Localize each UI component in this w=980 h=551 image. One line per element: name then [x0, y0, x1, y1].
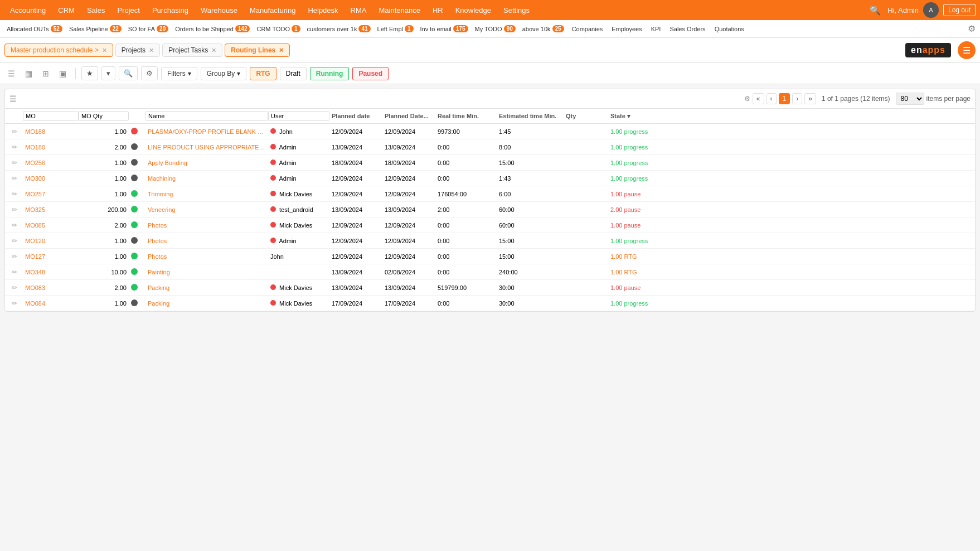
shortcut-inv-email[interactable]: Inv to email 175 [418, 24, 470, 33]
edit-pencil-icon[interactable]: ✏ [12, 128, 17, 136]
mo-id-cell[interactable]: MO257 [23, 190, 79, 199]
shortcut-sales-pipeline[interactable]: Sales Pipeline 22 [67, 24, 124, 33]
next-page-button[interactable]: › [792, 93, 802, 104]
close-tab-master-production[interactable]: ✕ [102, 47, 107, 54]
nav-crm[interactable]: CRM [52, 4, 80, 17]
settings-gear-icon[interactable]: ⚙ [968, 23, 976, 34]
global-search-button[interactable]: 🔍 [867, 3, 883, 18]
close-tab-project-tasks[interactable]: ✕ [211, 47, 216, 54]
close-tab-projects[interactable]: ✕ [149, 47, 154, 54]
user-filter-input[interactable] [268, 111, 329, 121]
name-cell[interactable]: Photos [145, 252, 268, 261]
name-cell[interactable]: Machining [145, 174, 268, 183]
nav-settings[interactable]: Settings [498, 4, 535, 17]
edit-pencil-icon[interactable]: ✏ [12, 206, 17, 214]
nav-maintenance[interactable]: Maintenance [373, 4, 425, 17]
edit-pencil-icon[interactable]: ✏ [12, 268, 17, 276]
nav-project[interactable]: Project [111, 4, 145, 17]
star-button[interactable]: ★ [81, 66, 98, 80]
mo-filter-input[interactable] [23, 111, 79, 121]
groupby-dropdown[interactable]: Group By ▾ [201, 67, 247, 80]
shortcut-companies[interactable]: Companies [569, 25, 607, 33]
state-filter-rtg[interactable]: RTG [250, 67, 276, 80]
name-filter-input[interactable] [145, 111, 268, 121]
nav-knowledge[interactable]: Knowledge [450, 4, 497, 17]
mo-id-cell[interactable]: MO188 [23, 127, 79, 136]
state-filter-running[interactable]: Running [310, 67, 350, 80]
shortcut-allocated-outs[interactable]: Allocated OUTs 52 [4, 24, 65, 33]
shortcut-crm-todo[interactable]: CRM TODO 1 [254, 24, 302, 33]
mo-id-cell[interactable]: MO325 [23, 205, 79, 214]
shortcut-orders-shipped[interactable]: Orders to be Shipped 142 [173, 24, 252, 33]
name-cell[interactable]: LINE PRODUCT USING APPROPRIATE LINING MA… [145, 143, 268, 152]
name-cell[interactable]: Packing [145, 299, 268, 308]
filter-icon[interactable]: ⚙ [744, 95, 750, 103]
view-kanban-icon[interactable]: ▦ [22, 67, 36, 80]
edit-pencil-icon[interactable]: ✏ [12, 284, 17, 292]
name-cell[interactable]: Trimming [145, 190, 268, 199]
close-tab-routing-lines[interactable]: ✕ [279, 47, 284, 54]
tab-projects[interactable]: Projects ✕ [115, 44, 160, 57]
mo-id-cell[interactable]: MO127 [23, 252, 79, 261]
shortcut-above-10k[interactable]: above 10k 25 [520, 24, 566, 33]
nav-manufacturing[interactable]: Manufacturing [244, 4, 301, 17]
shortcut-left-empl[interactable]: Left Empl 1 [375, 24, 416, 33]
mo-id-cell[interactable]: MO300 [23, 174, 79, 183]
prev-page-button[interactable]: ‹ [766, 93, 777, 104]
mo-id-cell[interactable]: MO120 [23, 236, 79, 245]
page-1-button[interactable]: 1 [779, 93, 790, 104]
settings-table-button[interactable]: ⚙ [141, 66, 158, 80]
view-grid-icon[interactable]: ⊞ [39, 67, 52, 80]
shortcut-kpi[interactable]: KPI [648, 25, 664, 33]
tab-project-tasks[interactable]: Project Tasks ✕ [162, 44, 222, 57]
shortcut-employees[interactable]: Employees [608, 25, 645, 33]
column-chooser-icon[interactable]: ☰ [9, 94, 17, 103]
search-button[interactable]: 🔍 [119, 66, 138, 80]
name-cell[interactable]: PLASMA/OXY-PROP PROFILE BLANK DEVELOPMEN… [145, 127, 268, 136]
name-cell[interactable]: Veneering [145, 205, 268, 214]
tab-master-production[interactable]: Master production schedule > ✕ [4, 44, 113, 57]
mo-id-cell[interactable]: MO256 [23, 158, 79, 167]
edit-pencil-icon[interactable]: ✏ [12, 299, 17, 307]
name-cell[interactable]: Packing [145, 283, 268, 292]
edit-pencil-icon[interactable]: ✏ [12, 253, 17, 260]
mo-id-cell[interactable]: MO084 [23, 299, 79, 308]
edit-pencil-icon[interactable]: ✏ [12, 221, 17, 229]
edit-pencil-icon[interactable]: ✏ [12, 143, 17, 151]
shortcut-quotations[interactable]: Quotations [711, 25, 748, 33]
edit-pencil-icon[interactable]: ✏ [12, 237, 17, 245]
nav-helpdesk[interactable]: Helpdesk [302, 4, 343, 17]
nav-warehouse[interactable]: Warehouse [195, 4, 243, 17]
last-page-button[interactable]: » [804, 93, 816, 104]
mo-qty-filter-input[interactable] [79, 111, 129, 121]
name-cell[interactable]: Photos [145, 236, 268, 245]
mo-id-cell[interactable]: MO083 [23, 283, 79, 292]
shortcut-customers-1k[interactable]: customers over 1k 41 [305, 24, 373, 33]
first-page-button[interactable]: « [753, 93, 764, 104]
name-cell[interactable]: Photos [145, 221, 268, 230]
nav-sales[interactable]: Sales [81, 4, 111, 17]
hamburger-menu-button[interactable]: ☰ [958, 41, 976, 59]
nav-purchasing[interactable]: Purchasing [147, 4, 194, 17]
logout-button[interactable]: Log out [943, 4, 976, 16]
filter-down-button[interactable]: ▾ [101, 66, 115, 80]
name-cell[interactable]: Painting [145, 268, 268, 277]
mo-id-cell[interactable]: MO085 [23, 221, 79, 230]
per-page-select[interactable]: 80 40 100 [896, 93, 924, 105]
view-mobile-icon[interactable]: ▣ [56, 67, 70, 80]
shortcut-sales-orders[interactable]: Sales Orders [666, 25, 709, 33]
shortcut-my-todo[interactable]: My TODO 90 [473, 24, 518, 33]
edit-pencil-icon[interactable]: ✏ [12, 175, 17, 182]
state-filter-draft[interactable]: Draft [280, 67, 307, 80]
edit-pencil-icon[interactable]: ✏ [12, 159, 17, 167]
tab-routing-lines[interactable]: Routing Lines ✕ [225, 44, 290, 57]
name-cell[interactable]: Apply Bonding [145, 158, 268, 167]
view-list-icon[interactable]: ☰ [4, 67, 18, 80]
nav-hr[interactable]: HR [427, 4, 449, 17]
nav-accounting[interactable]: Accounting [4, 4, 51, 17]
mo-id-cell[interactable]: MO180 [23, 143, 79, 152]
filters-dropdown[interactable]: Filters ▾ [161, 67, 197, 80]
edit-pencil-icon[interactable]: ✏ [12, 190, 17, 198]
mo-id-cell[interactable]: MO348 [23, 268, 79, 277]
shortcut-so-for-fa[interactable]: SO for FA 20 [126, 24, 171, 33]
